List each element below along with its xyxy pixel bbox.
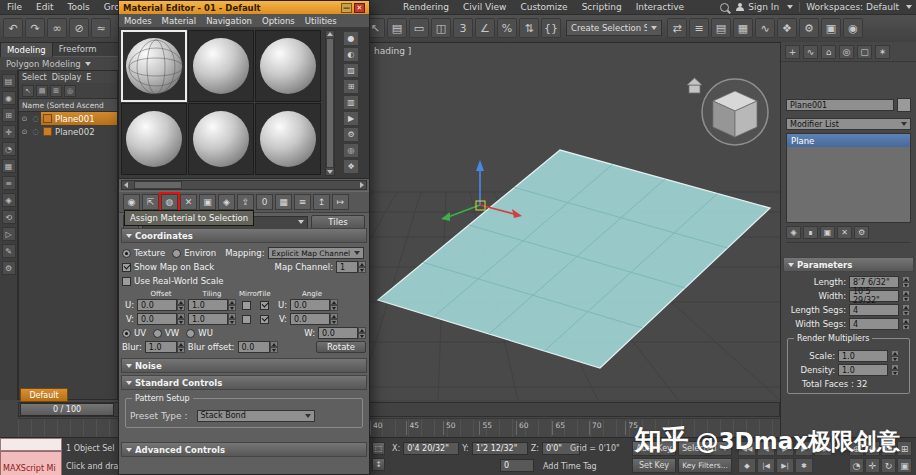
ribbon-tab-modeling[interactable]: Modeling	[0, 42, 53, 57]
orbit-icon[interactable]: ↻	[881, 458, 896, 473]
scroll-left-icon[interactable]	[124, 182, 128, 188]
ribbon-tab-freeform[interactable]: Freeform	[53, 42, 103, 56]
modifier-stack-item[interactable]: Plane	[787, 134, 910, 147]
next-key-button[interactable]: ▶|	[776, 458, 794, 473]
sample-slot[interactable]	[188, 103, 254, 175]
window-crossing-icon[interactable]: ◫	[431, 18, 451, 38]
set-key-button[interactable]: Set Key	[632, 458, 676, 473]
time-slider-handle[interactable]: 0 / 100	[20, 403, 114, 416]
me-menu-utilities[interactable]: Utilities	[300, 16, 342, 26]
visibility-icon[interactable]	[19, 115, 30, 123]
sample-uv-tiling-icon[interactable]: ⊞	[343, 79, 359, 94]
spinner[interactable]	[358, 261, 366, 273]
spinner[interactable]	[902, 290, 910, 302]
use-real-world-scale-checkbox[interactable]	[122, 277, 131, 286]
spinner[interactable]	[891, 350, 899, 362]
preset-type-dropdown[interactable]: Stack Bond	[197, 410, 315, 422]
maxscript-mini-listener[interactable]: MAXScript Mi	[0, 451, 62, 475]
y-coordinate-field[interactable]: 1'2 12/32"	[472, 442, 528, 455]
named-selection-set-combo[interactable]: Create Selection Se	[566, 20, 662, 36]
render-toggle-icon[interactable]	[30, 128, 41, 136]
add-time-tag-label[interactable]: Add Time Tag	[543, 462, 597, 471]
modifier-stack[interactable]: Plane	[786, 133, 911, 223]
mirror-checkbox[interactable]	[242, 301, 251, 310]
uv-radio[interactable]	[122, 329, 131, 338]
scroll-up-icon[interactable]	[327, 32, 333, 36]
me-menu-material[interactable]: Material	[157, 16, 202, 26]
explorer-list-icon[interactable]: ▤	[36, 85, 48, 97]
sample-type-icon[interactable]: ●	[343, 31, 359, 46]
sample-slot[interactable]	[188, 30, 254, 102]
viewport-label-fragment[interactable]: hading ]	[374, 46, 411, 56]
tiling-field[interactable]: 1.0	[188, 313, 236, 325]
workspaces-dropdown[interactable]: Workspaces: Default	[806, 2, 912, 12]
render-toggle-icon[interactable]	[30, 115, 41, 123]
bind-to-space-warp-icon[interactable]: ≈	[91, 18, 111, 38]
slots-horizontal-scrollbar[interactable]	[121, 180, 367, 190]
parameter-field[interactable]: 1.0	[838, 364, 888, 376]
explorer-menu-display[interactable]: Display	[52, 73, 82, 82]
key-mode-toggle[interactable]: ◆	[738, 458, 756, 473]
spinner[interactable]	[177, 313, 185, 325]
panel-tab-display-icon[interactable]: ▢	[857, 45, 872, 59]
show-map-in-viewport-icon[interactable]: ▦	[275, 194, 292, 210]
show-end-result-icon[interactable]: ≡	[294, 194, 311, 210]
background-icon[interactable]: ▨	[343, 63, 359, 78]
assign-material-to-selection-icon[interactable]: ◍	[161, 194, 178, 210]
absolute-mode-icon[interactable]: ↕	[372, 458, 385, 471]
selection-lock-icon[interactable]: ⬚	[372, 442, 385, 455]
menu-edit[interactable]: Edit	[29, 0, 60, 14]
panel-tab-motion-icon[interactable]: ◎	[839, 45, 854, 59]
spinner[interactable]	[177, 341, 185, 353]
spinner[interactable]	[902, 276, 910, 288]
unlink-selection-icon[interactable]: ⊘	[69, 18, 89, 38]
explorer-menu-edit[interactable]: E	[86, 73, 91, 82]
dock-icon-7[interactable]: ≡	[2, 176, 16, 190]
material-map-navigator-icon[interactable]: ❖	[343, 159, 359, 174]
menu-file[interactable]: File	[0, 0, 29, 14]
explorer-menu-select[interactable]: Select	[22, 73, 47, 82]
object-color-swatch[interactable]	[897, 98, 911, 112]
percent-snap-icon[interactable]: %	[497, 18, 517, 38]
put-material-to-scene-icon[interactable]: ⇱	[142, 194, 159, 210]
angle-field[interactable]: 0.0	[290, 299, 338, 311]
layer-manager-icon[interactable]: ▤	[711, 18, 731, 38]
map-channel-field[interactable]: 1	[336, 261, 366, 273]
x-coordinate-field[interactable]: 0'4 20/32"	[403, 442, 459, 455]
menu-customize[interactable]: Customize	[513, 0, 574, 14]
dock-icon-8[interactable]: ◈	[2, 193, 16, 207]
rendered-frame-window-icon[interactable]: ▣	[821, 18, 841, 38]
parameters-rollout[interactable]: Parameters	[783, 257, 914, 272]
spinner[interactable]	[891, 364, 899, 376]
make-unique-stack-icon[interactable]: ▣	[820, 226, 835, 239]
tiling-field[interactable]: 1.0	[188, 299, 236, 311]
object-name-field[interactable]: Plane001	[786, 99, 894, 111]
angle-snap-icon[interactable]: ∠	[475, 18, 495, 38]
scene-object-row[interactable]: Plane001	[19, 112, 117, 125]
wu-radio[interactable]	[186, 329, 195, 338]
visibility-icon[interactable]	[19, 128, 30, 136]
tile-checkbox[interactable]	[260, 315, 269, 324]
blur-field[interactable]: 1.0	[145, 341, 185, 353]
parameter-field[interactable]: 1.0	[838, 350, 888, 362]
dock-icon-10[interactable]: ▷	[2, 227, 16, 241]
default-chip[interactable]: Default	[20, 388, 68, 402]
spinner[interactable]	[330, 313, 338, 325]
explorer-filter-icon[interactable]: ⊞	[50, 85, 62, 97]
field-of-view-icon[interactable]: ◔	[849, 458, 864, 473]
show-map-on-back-checkbox[interactable]	[122, 263, 131, 272]
make-unique-icon[interactable]: ◈	[218, 194, 235, 210]
ribbon-toggle-icon[interactable]: ▦	[733, 18, 753, 38]
panel-tab-hierarchy-icon[interactable]: ⌂	[821, 45, 836, 59]
me-menu-options[interactable]: Options	[257, 16, 300, 26]
me-menu-modes[interactable]: Modes	[119, 16, 157, 26]
video-color-check-icon[interactable]: ▥	[343, 95, 359, 110]
render-setup-icon[interactable]: ⚙	[799, 18, 819, 38]
spinner[interactable]	[177, 299, 185, 311]
options-icon[interactable]: ⚙	[343, 127, 359, 142]
rotate-button[interactable]: Rotate	[316, 341, 366, 353]
material-id-channel-icon[interactable]: 0	[256, 194, 273, 210]
vw-radio[interactable]	[153, 329, 162, 338]
spinner-snap-icon[interactable]: ⇅	[519, 18, 539, 38]
spinner[interactable]	[228, 299, 236, 311]
